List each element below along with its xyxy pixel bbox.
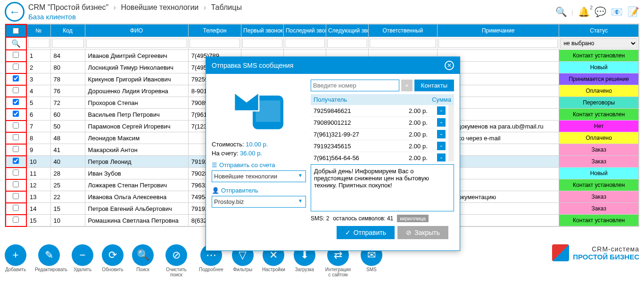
status-badge: Заказ: [559, 203, 639, 215]
row-checkbox[interactable]: [13, 193, 19, 199]
cell-fio: Иванова Ольга Алексеевна: [85, 191, 188, 203]
cell-num: 14: [26, 203, 50, 215]
recipient-phone: 79259846621: [314, 107, 409, 114]
status-badge: Нет: [559, 121, 639, 132]
delete-button[interactable]: −Удалить: [72, 244, 93, 277]
chat-icon[interactable]: 💬: [594, 6, 606, 17]
col-header[interactable]: Следующий звонок: [326, 24, 368, 37]
filter-search-icon[interactable]: 🔍: [6, 37, 27, 50]
col-header[interactable]: Телефон: [188, 24, 241, 37]
filter-status-select[interactable]: не выбрано: [560, 38, 637, 48]
back-button[interactable]: ←: [5, 2, 25, 22]
filter-call2[interactable]: [285, 39, 325, 48]
crumb-1[interactable]: CRM "Простой бизнес": [28, 3, 108, 11]
cell-code: 84: [50, 50, 85, 62]
row-checkbox[interactable]: [13, 181, 19, 187]
cell-num: 6: [26, 109, 50, 121]
row-checkbox[interactable]: [13, 169, 19, 176]
remove-recipient-button[interactable]: -: [437, 130, 446, 138]
cell-code: 10: [50, 215, 85, 226]
filter-call3[interactable]: [327, 39, 367, 48]
refresh-button[interactable]: ⟳Обновить: [102, 244, 124, 277]
row-checkbox[interactable]: [13, 99, 19, 105]
recipients-list[interactable]: 792598466212.00 р.-790890012122.00 р.-7(…: [311, 105, 454, 161]
cell-num: 4: [26, 85, 50, 97]
filter-call1[interactable]: [242, 39, 282, 48]
remove-recipient-button[interactable]: -: [437, 142, 446, 150]
cell-code: 80: [50, 62, 85, 73]
status-badge: Переговоры: [559, 97, 639, 109]
page-subtitle[interactable]: База клиентов: [28, 13, 555, 21]
message-textarea[interactable]: [311, 164, 454, 211]
search-button[interactable]: 🔍Поиск: [132, 244, 154, 277]
filter-phone[interactable]: [190, 39, 240, 48]
col-header[interactable]: Первый звонок: [241, 24, 284, 37]
row-checkbox[interactable]: [13, 75, 19, 81]
bell-icon[interactable]: 🔔2: [578, 6, 590, 17]
col-header[interactable]: Код: [50, 24, 85, 37]
clear-search-button[interactable]: ⊘Очистить поиск: [162, 244, 190, 277]
status-badge: Контакт установлен: [559, 215, 639, 226]
close-button[interactable]: ⊘Закрыть: [397, 226, 448, 239]
cell-code: 28: [50, 168, 85, 179]
filter-code[interactable]: [52, 39, 84, 48]
modal-close-button[interactable]: ✕: [445, 61, 454, 70]
row-checkbox[interactable]: [13, 64, 19, 70]
col-header[interactable]: Примечание: [437, 24, 559, 37]
col-header[interactable]: ФИО: [85, 24, 188, 37]
remove-recipient-button[interactable]: -: [437, 118, 446, 127]
recipient-sum: 2.00 р.: [409, 143, 437, 150]
row-checkbox[interactable]: [13, 52, 19, 58]
cell-fio: Прохоров Степан: [85, 97, 188, 109]
check-icon: ✓: [345, 229, 351, 236]
account-select[interactable]: Новейшие технологии: [212, 170, 306, 182]
remove-recipient-button[interactable]: -: [437, 106, 446, 115]
col-header[interactable]: Статус: [559, 24, 639, 37]
row-checkbox[interactable]: [13, 122, 19, 129]
search-icon: 🔍: [132, 244, 154, 266]
crumb-sep-icon: ›: [204, 3, 206, 11]
recipient-phone: 7(961)321-99-27: [314, 131, 409, 138]
mail-icon[interactable]: 📧: [611, 6, 623, 17]
crumb-3[interactable]: Таблицы: [211, 3, 242, 11]
recipient-row: 791923456152.00 р.-: [311, 140, 448, 152]
crumb-sep-icon: ›: [114, 3, 116, 11]
edit-icon[interactable]: 📝: [627, 6, 639, 17]
search-icon[interactable]: 🔍: [555, 6, 567, 17]
row-checkbox[interactable]: [13, 146, 19, 152]
contacts-button[interactable]: Контакты: [414, 80, 454, 91]
cell-num: 8: [26, 132, 50, 144]
send-button[interactable]: ✓Отправить: [337, 226, 395, 239]
row-checkbox[interactable]: [13, 111, 19, 117]
recipient-sum: 2.00 р.: [409, 107, 437, 114]
phone-input[interactable]: [311, 80, 399, 91]
cell-code: 25: [50, 179, 85, 191]
recipient-sum: 2.00 р.: [409, 131, 437, 138]
crumb-2[interactable]: Новейшие технологии: [121, 3, 198, 11]
col-header[interactable]: №: [26, 24, 50, 37]
edit-button[interactable]: ✎Редактировать: [35, 244, 63, 277]
row-checkbox[interactable]: [13, 134, 19, 140]
filter-resp[interactable]: [370, 39, 436, 48]
filter-num[interactable]: [28, 39, 50, 48]
col-header[interactable]: Последний звонок: [283, 24, 326, 37]
cell-fio: Петров Леонид: [85, 156, 188, 168]
row-checkbox[interactable]: [13, 87, 19, 93]
select-all-checkbox[interactable]: [13, 28, 19, 34]
sender-select[interactable]: Prostoy.biz: [212, 196, 306, 208]
row-checkbox[interactable]: [13, 205, 19, 211]
row-checkbox[interactable]: [13, 217, 19, 223]
remove-recipient-button[interactable]: -: [437, 153, 446, 161]
cell-num: 3: [26, 73, 50, 85]
recipient-phone: 79192345615: [314, 143, 409, 150]
filter-fio[interactable]: [86, 39, 187, 48]
cell-fio: Петров Евгений Альбертович: [85, 203, 188, 215]
recipient-row: 7(961)564-64-562.00 р.-: [311, 152, 448, 161]
add-button[interactable]: +Добавить: [5, 244, 26, 277]
cell-code: 48: [50, 132, 85, 144]
add-phone-button[interactable]: +: [401, 80, 413, 91]
recipient-row: 790890012122.00 р.-: [311, 117, 448, 129]
col-header[interactable]: Ответственный: [368, 24, 437, 37]
row-checkbox[interactable]: [13, 158, 19, 164]
filter-note[interactable]: [438, 39, 558, 48]
